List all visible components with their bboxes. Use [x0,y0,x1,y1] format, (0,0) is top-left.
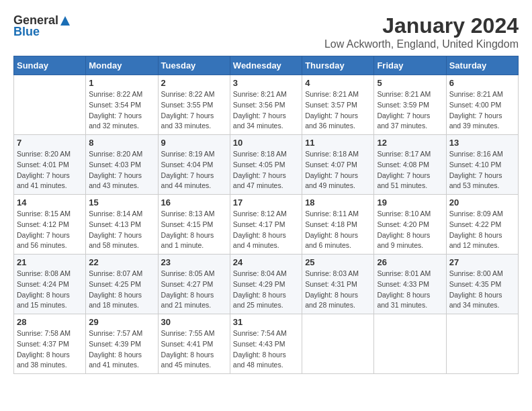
day-number: 30 [161,317,227,327]
day-cell: 15Sunrise: 8:14 AMSunset: 4:13 PMDayligh… [86,195,158,255]
day-number: 10 [233,138,299,148]
day-info: Sunrise: 7:55 AMSunset: 4:41 PMDaylight:… [161,328,227,371]
day-number: 2 [161,78,227,88]
day-cell: 25Sunrise: 8:03 AMSunset: 4:31 PMDayligh… [302,255,374,314]
day-info: Sunrise: 8:22 AMSunset: 3:54 PMDaylight:… [89,89,154,132]
day-cell: 5Sunrise: 8:21 AMSunset: 3:59 PMDaylight… [374,75,446,135]
day-number: 12 [377,138,443,148]
day-info: Sunrise: 8:11 AMSunset: 4:18 PMDaylight:… [305,209,371,251]
day-cell: 20Sunrise: 8:09 AMSunset: 4:22 PMDayligh… [446,195,518,255]
day-number: 17 [233,197,299,208]
day-cell: 8Sunrise: 8:20 AMSunset: 4:03 PMDaylight… [86,135,158,195]
day-number: 16 [161,197,227,208]
header-cell-sunday: Sunday [14,56,86,75]
day-cell [14,75,86,135]
day-cell: 23Sunrise: 8:05 AMSunset: 4:27 PMDayligh… [158,255,230,314]
day-cell: 9Sunrise: 8:19 AMSunset: 4:04 PMDaylight… [158,135,230,195]
day-info: Sunrise: 8:18 AMSunset: 4:05 PMDaylight:… [233,149,299,191]
day-cell [302,314,374,374]
day-info: Sunrise: 8:10 AMSunset: 4:20 PMDaylight:… [377,209,443,251]
day-info: Sunrise: 8:21 AMSunset: 3:56 PMDaylight:… [233,89,299,132]
day-cell: 19Sunrise: 8:10 AMSunset: 4:20 PMDayligh… [374,195,446,255]
day-info: Sunrise: 8:16 AMSunset: 4:10 PMDaylight:… [449,149,515,191]
day-info: Sunrise: 8:17 AMSunset: 4:08 PMDaylight:… [377,149,443,191]
week-row-1: 7Sunrise: 8:20 AMSunset: 4:01 PMDaylight… [14,135,519,195]
day-number: 1 [89,78,154,88]
day-cell: 7Sunrise: 8:20 AMSunset: 4:01 PMDaylight… [14,135,86,195]
day-info: Sunrise: 8:21 AMSunset: 4:00 PMDaylight:… [449,89,515,132]
header-cell-friday: Friday [374,56,446,75]
header-row: SundayMondayTuesdayWednesdayThursdayFrid… [14,56,519,75]
day-number: 14 [17,197,83,208]
day-info: Sunrise: 8:09 AMSunset: 4:22 PMDaylight:… [449,209,515,251]
day-number: 6 [449,78,515,88]
day-number: 18 [305,197,371,208]
day-info: Sunrise: 8:20 AMSunset: 4:01 PMDaylight:… [17,149,83,191]
week-row-3: 21Sunrise: 8:08 AMSunset: 4:24 PMDayligh… [14,255,519,314]
day-cell: 27Sunrise: 8:00 AMSunset: 4:35 PMDayligh… [446,255,518,314]
day-cell [446,314,518,374]
day-cell: 26Sunrise: 8:01 AMSunset: 4:33 PMDayligh… [374,255,446,314]
day-cell: 16Sunrise: 8:13 AMSunset: 4:15 PMDayligh… [158,195,230,255]
day-number: 29 [89,317,154,327]
day-info: Sunrise: 8:13 AMSunset: 4:15 PMDaylight:… [161,209,227,251]
day-cell: 13Sunrise: 8:16 AMSunset: 4:10 PMDayligh… [446,135,518,195]
header: General Blue January 2024 Low Ackworth, … [13,13,519,50]
header-cell-thursday: Thursday [302,56,374,75]
day-info: Sunrise: 8:07 AMSunset: 4:25 PMDaylight:… [89,269,154,311]
header-cell-saturday: Saturday [446,56,518,75]
day-number: 11 [305,138,371,148]
day-number: 8 [89,138,154,148]
day-cell: 10Sunrise: 8:18 AMSunset: 4:05 PMDayligh… [230,135,302,195]
day-number: 4 [305,78,371,88]
svg-marker-0 [60,16,70,26]
day-info: Sunrise: 8:15 AMSunset: 4:12 PMDaylight:… [17,209,83,251]
week-row-2: 14Sunrise: 8:15 AMSunset: 4:12 PMDayligh… [14,195,519,255]
day-number: 24 [233,257,299,267]
day-number: 19 [377,197,443,208]
day-number: 13 [449,138,515,148]
day-number: 27 [449,257,515,267]
logo-icon [59,15,71,27]
week-row-4: 28Sunrise: 7:58 AMSunset: 4:37 PMDayligh… [14,314,519,374]
day-cell: 18Sunrise: 8:11 AMSunset: 4:18 PMDayligh… [302,195,374,255]
day-info: Sunrise: 7:57 AMSunset: 4:39 PMDaylight:… [89,328,154,371]
day-cell: 21Sunrise: 8:08 AMSunset: 4:24 PMDayligh… [14,255,86,314]
day-info: Sunrise: 8:20 AMSunset: 4:03 PMDaylight:… [89,149,154,191]
day-info: Sunrise: 8:22 AMSunset: 3:55 PMDaylight:… [161,89,227,132]
day-number: 22 [89,257,154,267]
header-cell-tuesday: Tuesday [158,56,230,75]
day-number: 9 [161,138,227,148]
day-cell: 31Sunrise: 7:54 AMSunset: 4:43 PMDayligh… [230,314,302,374]
day-info: Sunrise: 8:14 AMSunset: 4:13 PMDaylight:… [89,209,154,251]
location-title: Low Ackworth, England, United Kingdom [324,38,519,50]
day-number: 23 [161,257,227,267]
day-number: 25 [305,257,371,267]
day-cell: 2Sunrise: 8:22 AMSunset: 3:55 PMDaylight… [158,75,230,135]
header-cell-wednesday: Wednesday [230,56,302,75]
day-number: 28 [17,317,83,327]
title-area: January 2024 Low Ackworth, England, Unit… [324,13,519,50]
day-cell: 12Sunrise: 8:17 AMSunset: 4:08 PMDayligh… [374,135,446,195]
day-info: Sunrise: 8:12 AMSunset: 4:17 PMDaylight:… [233,209,299,251]
day-info: Sunrise: 8:04 AMSunset: 4:29 PMDaylight:… [233,269,299,311]
logo-blue: Blue [13,25,40,39]
day-cell: 14Sunrise: 8:15 AMSunset: 4:12 PMDayligh… [14,195,86,255]
day-cell: 30Sunrise: 7:55 AMSunset: 4:41 PMDayligh… [158,314,230,374]
day-number: 15 [89,197,154,208]
day-info: Sunrise: 8:21 AMSunset: 3:59 PMDaylight:… [377,89,443,132]
logo: General Blue [13,13,72,39]
day-info: Sunrise: 8:18 AMSunset: 4:07 PMDaylight:… [305,149,371,191]
day-number: 20 [449,197,515,208]
day-cell: 22Sunrise: 8:07 AMSunset: 4:25 PMDayligh… [86,255,158,314]
day-info: Sunrise: 8:01 AMSunset: 4:33 PMDaylight:… [377,269,443,311]
day-info: Sunrise: 8:03 AMSunset: 4:31 PMDaylight:… [305,269,371,311]
day-cell: 3Sunrise: 8:21 AMSunset: 3:56 PMDaylight… [230,75,302,135]
day-info: Sunrise: 8:19 AMSunset: 4:04 PMDaylight:… [161,149,227,191]
day-cell: 29Sunrise: 7:57 AMSunset: 4:39 PMDayligh… [86,314,158,374]
day-info: Sunrise: 8:08 AMSunset: 4:24 PMDaylight:… [17,269,83,311]
calendar-table: SundayMondayTuesdayWednesdayThursdayFrid… [13,56,519,374]
header-cell-monday: Monday [86,56,158,75]
day-info: Sunrise: 8:21 AMSunset: 3:57 PMDaylight:… [305,89,371,132]
day-number: 7 [17,138,83,148]
